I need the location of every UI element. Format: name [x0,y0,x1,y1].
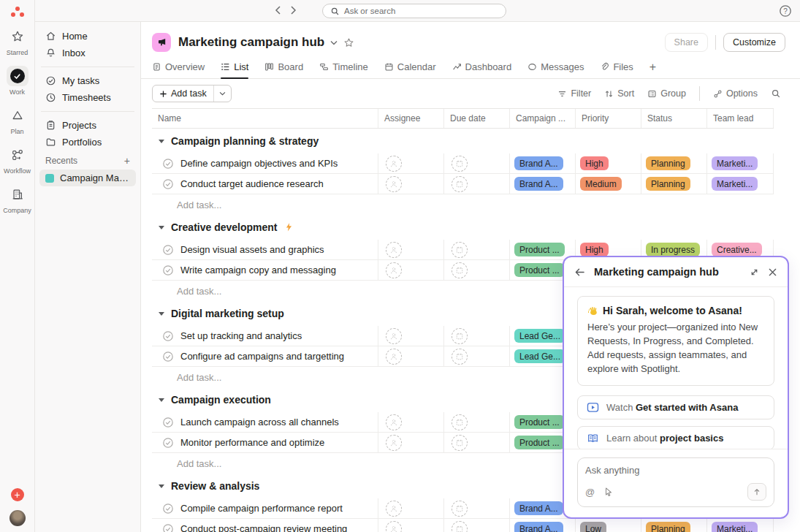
recents-add-button[interactable]: + [124,155,130,167]
task-check-icon[interactable] [162,351,174,362]
task-name[interactable]: Set up tracking and analytics [180,330,302,341]
rail-item-company[interactable]: Company [3,184,31,214]
task-name[interactable]: Compile campaign performance report [180,503,343,514]
due-date-placeholder-icon[interactable] [452,156,468,172]
section-collapse-caret[interactable] [159,140,164,143]
task-check-icon[interactable] [162,417,174,428]
options-button[interactable]: Options [713,88,758,99]
nav-back-icon[interactable] [275,5,281,15]
campaign-badge[interactable]: Product ... [514,415,565,429]
tab-overview[interactable]: Overview [152,56,205,78]
section-title[interactable]: Creative development [171,221,278,233]
task-check-icon[interactable] [162,503,174,514]
sort-button[interactable]: Sort [604,88,634,99]
tab-files[interactable]: Files [600,56,633,78]
campaign-badge[interactable]: Lead Ge... [514,349,565,363]
due-date-placeholder-icon[interactable] [452,176,468,192]
task-check-icon[interactable] [162,523,174,532]
priority-badge[interactable]: Low [580,522,606,532]
chevron-down-icon[interactable] [330,40,338,45]
priority-badge[interactable]: High [580,156,609,170]
asana-logo-icon[interactable] [11,7,24,17]
section-collapse-caret[interactable] [159,398,164,402]
task-name[interactable]: Write campaign copy and messaging [180,265,336,276]
team-lead-badge[interactable]: Marketi... [712,156,758,170]
column-header-campaign[interactable]: Campaign ... [509,109,575,128]
task-name[interactable]: Launch campaign across all channels [180,417,339,428]
status-badge[interactable]: Planning [646,177,690,191]
campaign-badge[interactable]: Lead Ge... [514,329,565,343]
section-title[interactable]: Campaign planning & strategy [171,135,319,147]
campaign-badge[interactable]: Brand A... [514,522,563,532]
create-button[interactable]: + [11,488,24,501]
rail-item-starred[interactable]: Starred [7,26,28,56]
tab-messages[interactable]: Messages [527,56,584,78]
tab-calendar[interactable]: Calendar [384,56,436,78]
add-task-dropdown-icon[interactable] [214,86,231,102]
share-button[interactable]: Share [665,33,708,52]
campaign-badge[interactable]: Product ... [514,436,565,449]
assignee-placeholder-icon[interactable] [386,262,402,278]
campaign-badge[interactable]: Brand A... [514,501,563,515]
add-task-inline[interactable]: Add task... [152,194,774,215]
task-name[interactable]: Define campaign objectives and KPIs [180,158,338,169]
assignee-placeholder-icon[interactable] [386,414,402,430]
campaign-badge[interactable]: Brand A... [514,156,563,170]
task-check-icon[interactable] [162,265,174,276]
column-header-assignee[interactable]: Assignee [378,109,443,128]
due-date-placeholder-icon[interactable] [452,501,468,517]
campaign-badge[interactable]: Product ... [514,263,565,277]
task-check-icon[interactable] [162,178,174,190]
task-name[interactable]: Monitor performance and optimize [180,437,324,448]
column-header-team-lead[interactable]: Team lead [706,109,774,128]
cursor-pointer-icon[interactable] [603,487,614,497]
section-title[interactable]: Review & analysis [171,480,259,492]
favorite-star-icon[interactable] [343,37,354,48]
sidebar-item-inbox[interactable]: Inbox [39,45,136,61]
group-button[interactable]: Group [647,88,686,99]
column-header-name[interactable]: Name [152,109,378,128]
tab-list[interactable]: List [221,56,248,78]
sidebar-item-projects[interactable]: Projects [39,117,136,134]
priority-badge[interactable]: Medium [580,177,622,191]
watch-get-started-button[interactable]: Watch Get started with Asana [577,395,774,419]
assignee-placeholder-icon[interactable] [386,176,402,192]
sidebar-item-campaign-management[interactable]: Campaign Manage... [39,170,136,186]
due-date-placeholder-icon[interactable] [452,414,468,430]
search-in-list-icon[interactable] [771,88,781,99]
task-check-icon[interactable] [162,158,174,170]
send-button[interactable] [747,483,766,501]
due-date-placeholder-icon[interactable] [452,349,468,365]
table-row[interactable]: Conduct post-campaign review meeting Bra… [152,519,774,532]
due-date-placeholder-icon[interactable] [452,435,468,451]
campaign-badge[interactable]: Brand A... [514,177,563,191]
back-arrow-icon[interactable] [574,267,585,277]
customize-button[interactable]: Customize [723,33,785,52]
assignee-placeholder-icon[interactable] [386,328,402,344]
sidebar-item-home[interactable]: Home [39,28,136,45]
status-badge[interactable]: Planning [646,522,690,532]
due-date-placeholder-icon[interactable] [452,262,468,278]
section-collapse-caret[interactable] [159,226,164,229]
status-badge[interactable]: Planning [646,156,690,170]
column-header-priority[interactable]: Priority [575,109,641,128]
team-lead-badge[interactable]: Creative... [712,243,762,256]
column-header-due-date[interactable]: Due date [443,109,509,128]
assignee-placeholder-icon[interactable] [386,242,402,258]
section-collapse-caret[interactable] [159,484,164,488]
assignee-placeholder-icon[interactable] [386,156,402,172]
task-check-icon[interactable] [162,437,174,449]
due-date-placeholder-icon[interactable] [452,242,468,258]
tab-board[interactable]: Board [264,56,303,78]
table-row[interactable]: Define campaign objectives and KPIs Bran… [152,153,774,174]
assignee-placeholder-icon[interactable] [386,521,402,532]
expand-icon[interactable] [750,267,759,277]
user-avatar[interactable] [9,510,26,526]
task-check-icon[interactable] [162,244,174,256]
sidebar-item-portfolios[interactable]: Portfolios [39,134,136,151]
sidebar-item-timesheets[interactable]: Timesheets [39,89,136,106]
tab-dashboard[interactable]: Dashboard [452,56,512,78]
search-input[interactable]: Ask or search [322,4,506,18]
rail-item-workflow[interactable]: Workflow [4,145,31,175]
add-view-button[interactable]: + [649,61,656,74]
